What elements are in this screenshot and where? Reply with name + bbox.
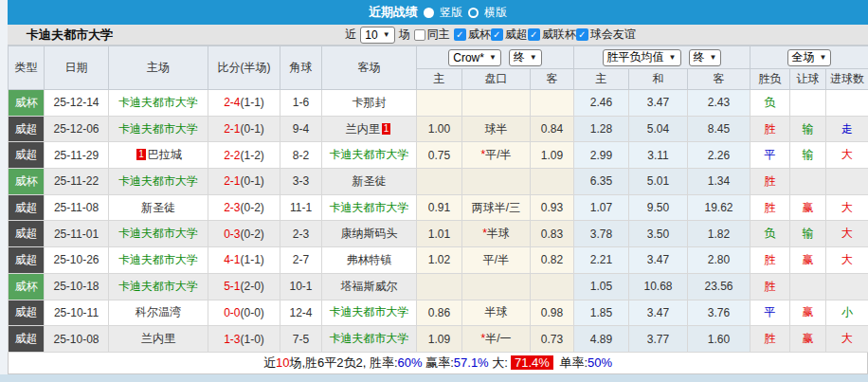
team-name-text: 兰内里: [346, 122, 380, 136]
table-row: 威超25-11-291巴拉城2-2(1-2)8-2卡迪夫都市大学0.75*平/半…: [9, 142, 868, 169]
result-goals-cell: [826, 273, 868, 300]
recent-label: 近: [345, 27, 356, 43]
odds-draw-cell: 3.50: [629, 221, 688, 247]
away-team-cell: 弗林特镇: [322, 247, 417, 274]
odds-home-cell: 6.35: [574, 169, 629, 195]
score-cell: 2-1(0-1): [208, 169, 280, 195]
handicap-away-odds-cell: 1.09: [531, 142, 574, 169]
match-type-badge: 威超: [9, 142, 45, 169]
corner-cell: 3-3: [280, 169, 322, 195]
same-home-filter[interactable]: 同主: [414, 27, 450, 43]
odds-draw-cell: 5.04: [629, 116, 688, 142]
page-title: 近期战绩: [369, 4, 418, 21]
handicap-group-header: Crow* ▼ 终 ▼: [417, 46, 574, 69]
checkbox-unchecked-icon[interactable]: [414, 29, 425, 41]
odds-home-cell: 1.07: [574, 194, 629, 221]
corner-cell: 12-4: [280, 300, 322, 326]
result-handicap-cell: [790, 169, 826, 195]
league-filter[interactable]: ✓威联杯: [528, 27, 576, 43]
checkbox-checked-icon[interactable]: ✓: [528, 28, 540, 41]
match-type-badge: 威超: [9, 300, 45, 326]
result-wdl-cell: 胜: [750, 273, 790, 300]
checkbox-checked-icon[interactable]: ✓: [491, 28, 503, 41]
league-filter[interactable]: ✓球会友谊: [576, 27, 636, 43]
summary-mid2: 大:: [489, 355, 508, 372]
score-cell: 5-1(2-0): [208, 273, 280, 300]
subheader-handicap-away: 客: [531, 69, 574, 90]
summary-count: 10: [276, 355, 289, 370]
result-goals-cell: [826, 169, 868, 195]
column-header-score: 比分(半场): [208, 46, 280, 90]
odds-home-cell: 1.85: [574, 300, 629, 326]
result-handicap-cell: [790, 90, 826, 117]
handicap-away-odds-cell: 0.84: [531, 116, 574, 142]
summary-mid3: 单率:: [556, 355, 588, 372]
home-team-cell: 卡迪夫都市大学: [109, 169, 208, 195]
team-name-text: 卡迪夫都市大学: [118, 96, 198, 109]
match-date-cell: 25-11-22: [45, 169, 109, 195]
bottom-strip: [0, 374, 868, 382]
handicap-line-cell: [462, 90, 531, 117]
corner-cell: 9-4: [280, 116, 322, 142]
chevron-down-icon: ▼: [710, 53, 717, 62]
subheader-result-handicap: 让球: [790, 69, 826, 90]
league-filter[interactable]: ✓威杯: [454, 27, 491, 43]
result-handicap-cell: [790, 273, 826, 300]
odds-home-cell: 2.99: [574, 142, 629, 169]
match-type-badge: 威杯: [9, 273, 45, 300]
match-type-badge: 威超: [9, 116, 45, 142]
match-date-cell: 25-10-11: [45, 300, 109, 326]
red-card-badge: 1: [136, 149, 146, 160]
table-row: 威超25-10-11科尔温湾0-0(0-0)12-4卡迪夫都市大学0.86半球0…: [9, 300, 868, 326]
handicap-away-odds-cell: 0.82: [531, 247, 574, 274]
result-handicap-cell: 输: [790, 116, 826, 142]
horizontal-layout-radio[interactable]: [468, 8, 479, 18]
subheader-odds-home: 主: [574, 69, 629, 90]
handicap-away-odds-cell: 0.83: [531, 221, 574, 247]
league-filter[interactable]: ✓威超: [491, 27, 528, 43]
vertical-layout-radio[interactable]: [424, 8, 434, 18]
match-type-badge: 威超: [9, 247, 45, 274]
handicap-company-dropdown[interactable]: Crow* ▼: [448, 49, 501, 66]
result-goals-cell: 大: [826, 326, 868, 353]
result-wdl-cell: 胜: [750, 326, 790, 353]
recent-count-dropdown[interactable]: 10 ▼: [360, 27, 394, 44]
result-goals-cell: [826, 90, 868, 117]
league-filter-label: 球会友谊: [590, 27, 636, 43]
result-goals-cell: 大: [826, 221, 868, 247]
star-marker: *: [480, 148, 485, 161]
corner-cell: 2-3: [280, 221, 322, 247]
league-filter-label: 威杯: [468, 27, 491, 43]
match-date-cell: 25-10-26: [45, 247, 109, 274]
corner-cell: 7-5: [280, 326, 322, 353]
checkbox-checked-icon[interactable]: ✓: [454, 28, 466, 41]
results-tbody: 威杯25-12-14卡迪夫都市大学2-4(1-1)1-6卡那封2.463.472…: [9, 90, 868, 353]
match-type-badge: 威超: [9, 326, 45, 353]
summary-win-rate: 60%: [398, 355, 423, 370]
subheader-odds-draw: 和: [629, 69, 688, 90]
team-name-text: 科尔温湾: [136, 305, 181, 318]
horizontal-layout-label[interactable]: 横版: [484, 5, 507, 21]
handicap-final-dropdown[interactable]: 终 ▼: [509, 49, 542, 66]
result-wdl-cell: 负: [750, 221, 790, 247]
chevron-down-icon: ▼: [669, 53, 677, 62]
result-goals-cell: 大: [826, 194, 868, 221]
subheader-handicap-line: 盘口: [462, 69, 531, 90]
vertical-layout-label[interactable]: 竖版: [440, 5, 462, 21]
odds-final-dropdown[interactable]: 终 ▼: [689, 49, 722, 66]
score-cell: 0-0(0-0): [208, 300, 280, 326]
summary-big-rate: 71.4%: [511, 355, 553, 370]
odds-draw-cell: 3.47: [629, 247, 688, 274]
table-row: 威超25-10-26卡迪夫都市大学4-1(1-1)2-7弗林特镇1.02平/半0…: [9, 247, 868, 274]
scope-dropdown[interactable]: 全场 ▼: [787, 49, 832, 66]
odds-average-dropdown[interactable]: 胜平负均值 ▼: [603, 49, 681, 66]
handicap-home-odds-cell: 1.09: [417, 326, 462, 353]
home-team-cell: 兰内里: [109, 326, 208, 353]
result-group-header: 全场 ▼: [750, 46, 868, 69]
checkbox-checked-icon[interactable]: ✓: [576, 28, 588, 41]
handicap-away-odds-cell: [531, 169, 574, 195]
match-type-badge: 威超: [9, 221, 45, 247]
odds-draw-cell: 3.77: [629, 326, 688, 353]
odds-home-cell: 2.46: [574, 90, 629, 117]
corner-cell: 10-1: [280, 273, 322, 300]
